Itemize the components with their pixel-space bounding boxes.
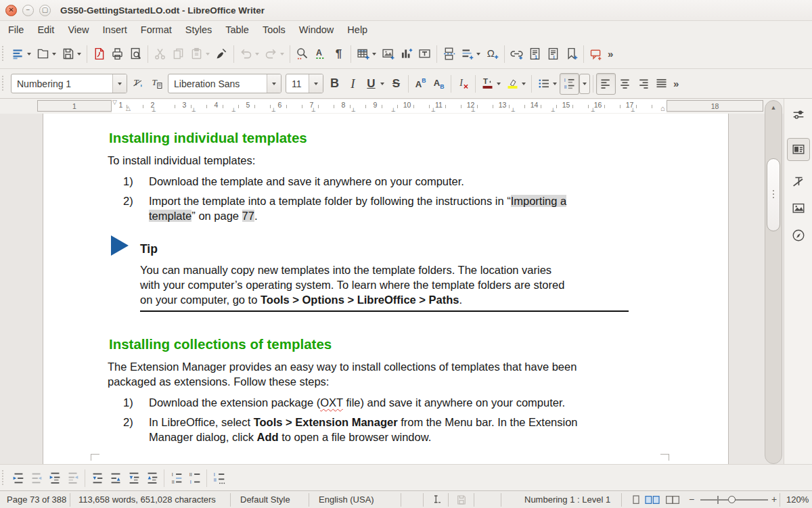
insert-image-button[interactable] [379, 44, 397, 64]
zoom-in-button[interactable]: + [771, 494, 777, 505]
print-preview-button[interactable] [127, 44, 145, 64]
selection-mode-icon[interactable] [430, 494, 443, 506]
bullets-and-numbering-options-button[interactable]: III [210, 468, 228, 488]
page-number-field[interactable]: 77 [242, 210, 254, 222]
clear-formatting-button[interactable]: I [454, 74, 472, 94]
align-center-button[interactable] [616, 74, 634, 94]
sidebar-navigator-button[interactable] [788, 225, 809, 246]
insert-table-dropdown[interactable] [372, 53, 376, 55]
font-size-combo[interactable]: 11 [286, 74, 323, 93]
toolbar-grip[interactable] [1, 470, 7, 486]
font-name-combo[interactable]: Liberation Sans [168, 74, 281, 93]
insert-field-dropdown[interactable] [476, 53, 480, 55]
sidebar-gallery-button[interactable] [788, 198, 809, 219]
window-maximize-button[interactable]: ▢ [39, 5, 51, 16]
spelling-button[interactable]: A [311, 44, 330, 64]
scroll-up-arrow[interactable]: ▲ [765, 104, 782, 111]
page-number-status[interactable]: Page 73 of 388 [7, 494, 66, 505]
update-style-button[interactable]: T [129, 74, 148, 94]
italic-button[interactable]: I [344, 74, 362, 94]
cross-reference-field[interactable]: Importing a [511, 195, 567, 207]
toolbar-overflow-button[interactable]: » [673, 78, 679, 89]
left-indent-marker[interactable]: △ [126, 105, 131, 112]
align-left-button[interactable] [596, 73, 616, 95]
menu-item[interactable]: Tools [256, 22, 292, 38]
strikethrough-button[interactable]: S [387, 74, 405, 94]
insert-comment-button[interactable] [587, 44, 605, 64]
zoom-level-status[interactable]: 120% [786, 494, 809, 505]
move-up-with-subpoints-button[interactable] [143, 468, 161, 488]
export-pdf-button[interactable] [90, 44, 108, 64]
numbered-list-dropdown[interactable] [579, 74, 590, 94]
insert-hyperlink-button[interactable] [508, 44, 526, 64]
bullet-list-button[interactable] [535, 74, 553, 94]
window-minimize-button[interactable]: − [22, 5, 34, 16]
language-status[interactable]: English (USA) [319, 494, 374, 505]
menu-item[interactable]: Styles [179, 22, 219, 38]
bold-button[interactable]: B [325, 74, 344, 94]
outline-level-status[interactable]: Numbering 1 : Level 1 [524, 494, 610, 505]
restart-numbering-button[interactable]: III [185, 468, 204, 488]
save-dropdown[interactable] [77, 53, 81, 55]
menu-item[interactable]: File [1, 22, 30, 38]
font-color-dropdown[interactable] [497, 83, 501, 85]
new-document-dropdown[interactable] [27, 53, 31, 55]
numbered-list-button[interactable]: III [560, 73, 579, 95]
font-color-button[interactable]: T [478, 74, 497, 94]
menu-item[interactable]: Insert [96, 22, 134, 38]
document-view[interactable]: Installing individual templates To insta… [0, 114, 812, 464]
document-page[interactable]: Installing individual templates To insta… [43, 114, 729, 464]
menu-item[interactable]: Edit [30, 22, 61, 38]
insert-bookmark-button[interactable] [562, 44, 581, 64]
subscript-button[interactable]: AB [430, 74, 448, 94]
right-indent-marker[interactable]: ⌂ [660, 104, 665, 112]
menu-item[interactable]: View [61, 22, 95, 38]
superscript-button[interactable]: AB [411, 74, 430, 94]
print-button[interactable] [108, 44, 127, 64]
zoom-slider-thumb[interactable] [728, 496, 736, 503]
font-size-dropdown[interactable] [309, 74, 323, 93]
highlight-color-dropdown[interactable] [522, 83, 526, 85]
multi-page-view-icon[interactable] [644, 494, 660, 505]
insert-text-box-button[interactable] [415, 44, 434, 64]
sidebar-properties-button[interactable] [787, 138, 810, 161]
justify-button[interactable] [652, 74, 671, 94]
first-line-indent-marker[interactable]: ▽ [112, 99, 117, 106]
menu-item[interactable]: Table [219, 22, 256, 38]
bullet-list-dropdown[interactable] [553, 83, 557, 85]
font-name-dropdown[interactable] [267, 74, 281, 93]
toolbar-overflow-button[interactable]: » [608, 48, 613, 60]
cross-reference-field[interactable]: template [149, 210, 191, 222]
insert-endnote-button[interactable]: i [544, 44, 562, 64]
paragraph-style-dropdown[interactable] [112, 74, 127, 93]
menu-item[interactable]: Help [340, 22, 374, 38]
horizontal-ruler[interactable]: 1 18 1234567891011121314151617 ▽ △ ⌂ ⊥ ⊥… [0, 99, 812, 114]
vertical-scrollbar[interactable]: ▲ [765, 100, 782, 464]
menu-item[interactable]: Window [292, 22, 341, 38]
demote-one-level-button[interactable] [9, 468, 27, 488]
align-right-button[interactable] [634, 74, 652, 94]
toolbar-grip[interactable] [1, 46, 7, 62]
window-close-button[interactable]: ✕ [5, 5, 17, 16]
insert-footnote-button[interactable]: 1 [526, 44, 544, 64]
formatting-marks-button[interactable]: ¶ [330, 44, 348, 64]
find-replace-button[interactable] [293, 44, 311, 64]
zoom-out-button[interactable]: − [689, 494, 694, 505]
page-style-status[interactable]: Default Style [240, 494, 290, 505]
open-dropdown[interactable] [52, 53, 56, 55]
toolbar-grip[interactable] [1, 76, 7, 92]
new-style-button[interactable]: T [148, 74, 166, 94]
insert-chart-button[interactable] [397, 44, 415, 64]
paragraph-style-combo[interactable]: Numbering 1 [11, 74, 127, 93]
move-down-button[interactable] [88, 468, 106, 488]
demote-with-subpoints-button[interactable] [45, 468, 64, 488]
highlight-color-button[interactable] [503, 74, 522, 94]
open-button[interactable] [34, 44, 52, 64]
insert-page-break-button[interactable] [440, 44, 458, 64]
book-view-icon[interactable] [664, 494, 681, 505]
word-count-status[interactable]: 113,658 words, 651,028 characters [78, 494, 216, 505]
save-button[interactable] [59, 44, 77, 64]
sidebar-settings-button[interactable] [788, 104, 809, 126]
insert-special-character-button[interactable]: Ω [483, 44, 501, 64]
insert-unnumbered-entry-button[interactable]: III [167, 468, 185, 488]
